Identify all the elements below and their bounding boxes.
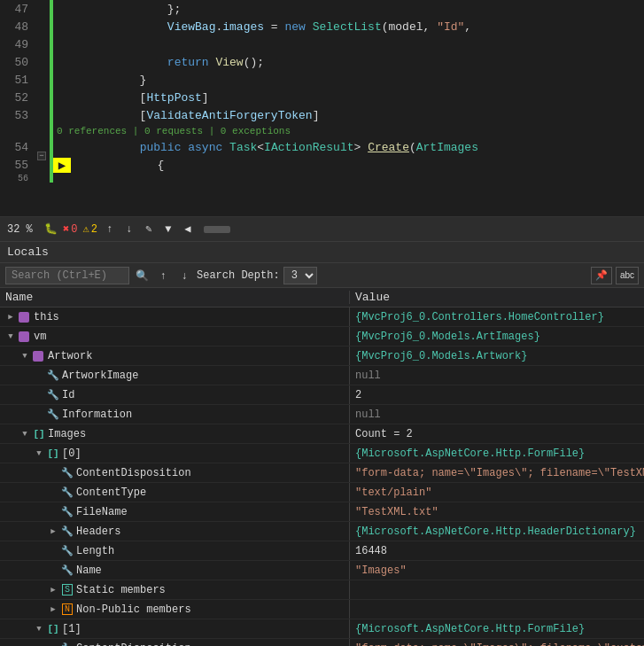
sort-desc-btn[interactable]: ↓ (175, 267, 193, 284)
tree-row[interactable]: NNon-Public members (0, 600, 644, 619)
tree-name-cell: 🔧Headers (0, 522, 350, 541)
tree-value-cell: "TestXML.txt" (350, 506, 644, 518)
tree-name-cell: []Images (0, 424, 350, 443)
collapse-54[interactable]: − (37, 152, 46, 160)
node-name: ContentType (76, 486, 146, 499)
tree-value-cell: {MvcProj6_0.Models.ArtImages} (350, 331, 644, 343)
tree-row[interactable]: vm{MvcProj6_0.Models.ArtImages} (0, 327, 644, 346)
tree-row[interactable]: []ImagesCount = 2 (0, 424, 644, 444)
up-arrow-icon[interactable]: ↑ (103, 222, 117, 237)
tree-value-cell: 2 (350, 389, 644, 401)
expand-btn[interactable] (32, 447, 46, 461)
edit-icon[interactable]: ✎ (142, 222, 156, 237)
tree-name-cell: this (0, 307, 350, 326)
node-icon (18, 330, 32, 344)
scrollbar-h[interactable] (204, 226, 230, 233)
dropdown-icon[interactable]: ▼ (161, 222, 175, 237)
tree-row[interactable]: 🔧ArtworkImagenull (0, 366, 644, 385)
node-icon: 🔧 (60, 525, 74, 539)
node-icon: 🔧 (46, 388, 60, 402)
tree-row[interactable]: 🔧Length16448 (0, 541, 644, 561)
code-line-53: 53 [ValidateAntiForgeryToken] (0, 106, 644, 124)
tree-row[interactable]: 🔧ContentDisposition"form-data; name=\"Im… (0, 463, 644, 483)
node-name: Name (76, 564, 102, 577)
node-name: Id (62, 389, 74, 401)
tree-value-cell: null (350, 370, 644, 382)
tree-value-cell: "text/plain" (350, 486, 644, 499)
node-icon (18, 310, 32, 324)
pin-btn[interactable]: 📌 (591, 267, 612, 284)
expand-btn[interactable] (18, 427, 32, 441)
tree-value-cell: {MvcProj6_0.Models.Artwork} (350, 350, 644, 362)
tree-row[interactable]: 🔧Name"Images" (0, 561, 644, 580)
expand-btn[interactable] (32, 622, 46, 636)
down-arrow-icon[interactable]: ↓ (122, 222, 136, 237)
tree-name-cell: 🔧ContentDisposition (0, 463, 350, 482)
node-name: Length (76, 545, 114, 557)
node-icon: 🔧 (46, 369, 60, 383)
tree-name-cell: 🔧Length (0, 541, 350, 560)
depth-label: Search Depth: (197, 269, 280, 282)
node-name: this (34, 311, 59, 323)
tree-name-cell: [][1] (0, 619, 350, 638)
tree-row[interactable]: Artwork{MvcProj6_0.Models.Artwork} (0, 346, 644, 366)
node-icon (32, 349, 46, 363)
tree-name-cell: vm (0, 327, 350, 346)
search-btn[interactable]: 🔍 (133, 267, 151, 284)
warning-icon: ⚠ (82, 222, 89, 236)
tree-name-cell: SStatic members (0, 580, 350, 599)
locals-panel: Locals 🔍 ↑ ↓ Search Depth: 3 1 2 4 5 📌 a… (0, 242, 644, 646)
arrow-indicator: ▶ (53, 158, 71, 173)
node-icon: 🔧 (46, 408, 60, 422)
expand-btn[interactable] (18, 349, 32, 363)
code-line-54: 54 − public async Task<IActionResult> Cr… (0, 138, 644, 156)
scroll-icon[interactable]: ◀ (181, 222, 195, 237)
code-line-52: 52 [HttpPost] (0, 89, 644, 106)
node-name: [1] (62, 623, 81, 635)
code-line-49: 49 (0, 35, 644, 53)
tree-row[interactable]: 🔧Headers{Microsoft.AspNetCore.Http.Heade… (0, 522, 644, 541)
expand-btn[interactable] (46, 583, 60, 597)
col-header-name: Name (0, 291, 350, 304)
node-name: Images (48, 428, 86, 440)
tree-row[interactable]: [][1]{Microsoft.AspNetCore.Http.FormFile… (0, 619, 644, 639)
tree-container[interactable]: this{MvcProj6_0.Controllers.HomeControll… (0, 307, 644, 646)
node-name: vm (34, 331, 46, 343)
search-input[interactable] (5, 267, 129, 284)
sort-asc-btn[interactable]: ↑ (154, 267, 172, 284)
node-name: Static members (76, 584, 166, 596)
tree-row[interactable]: 🔧Id2 (0, 385, 644, 405)
code-line-50: 50 return View(); (0, 53, 644, 71)
debug-icon[interactable]: 🐛 (43, 222, 58, 237)
tree-row[interactable]: 🔧FileName"TestXML.txt" (0, 502, 644, 522)
code-line-51: 51 } (0, 71, 644, 89)
code-line-47: 47 }; (0, 0, 644, 18)
tree-row[interactable]: 🔧ContentType"text/plain" (0, 483, 644, 502)
node-name: Information (62, 409, 132, 421)
expand-btn[interactable] (4, 310, 18, 324)
node-name: [0] (62, 448, 81, 460)
depth-select[interactable]: 3 1 2 4 5 (283, 267, 317, 284)
tree-value-cell: {MvcProj6_0.Controllers.HomeController} (350, 311, 644, 323)
tree-row[interactable]: 🔧Informationnull (0, 405, 644, 424)
tree-row[interactable]: [][0]{Microsoft.AspNetCore.Http.FormFile… (0, 444, 644, 463)
tree-name-cell: 🔧ContentType (0, 483, 350, 502)
node-name: Artwork (48, 350, 92, 362)
tree-value-cell: {Microsoft.AspNetCore.Http.FormFile} (350, 448, 644, 460)
tree-row[interactable]: this{MvcProj6_0.Controllers.HomeControll… (0, 307, 644, 327)
node-icon: 🔧 (60, 486, 74, 500)
tree-name-cell: 🔧Information (0, 405, 350, 424)
expand-btn[interactable] (46, 525, 60, 539)
tree-row[interactable]: SStatic members (0, 580, 644, 600)
toolbar: 32 % 🐛 ✖ 0 ⚠ 2 ↑ ↓ ✎ ▼ ◀ (0, 217, 644, 242)
expand-btn[interactable] (46, 603, 60, 617)
abc-btn[interactable]: abc (616, 267, 639, 284)
node-icon: S (60, 583, 74, 597)
tree-value-cell: 16448 (350, 545, 644, 557)
tree-row[interactable]: 🔧ContentDisposition"form-data; name=\"Im… (0, 639, 644, 646)
expand-btn[interactable] (4, 330, 18, 344)
tree-name-cell: 🔧ArtworkImage (0, 366, 350, 385)
locals-panel-header: Locals (0, 242, 644, 263)
node-icon: [] (32, 427, 46, 441)
tree-name-cell: 🔧FileName (0, 502, 350, 521)
